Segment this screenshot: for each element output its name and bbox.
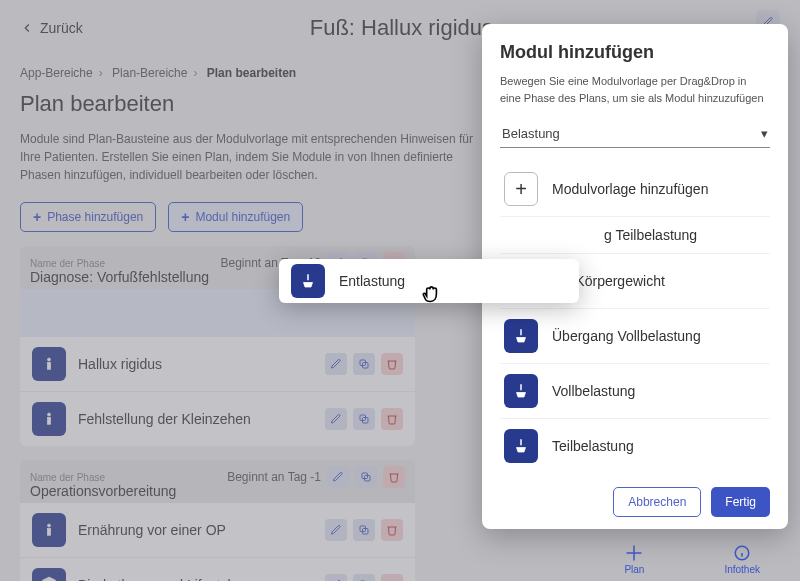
select-value: Belastung xyxy=(502,126,560,141)
modal-hint: Bewegen Sie eine Modulvorlage per Drag&D… xyxy=(500,73,770,106)
done-button[interactable]: Fertig xyxy=(711,487,770,517)
module-template-item[interactable]: 1/2 Körpergewicht xyxy=(500,253,770,308)
nav-plan[interactable]: Plan xyxy=(624,544,644,575)
module-template-item[interactable]: Vollbelastung xyxy=(500,363,770,418)
module-template-item[interactable]: g Teilbelastung xyxy=(500,216,770,253)
plus-icon: + xyxy=(504,172,538,206)
nav-infothek[interactable]: Infothek xyxy=(724,544,760,575)
category-select[interactable]: Belastung ▾ xyxy=(500,120,770,148)
module-template-item[interactable]: Teilbelastung xyxy=(500,418,770,473)
add-template-button[interactable]: + Modulvorlage hinzufügen xyxy=(500,162,770,216)
weight-icon xyxy=(504,264,538,298)
weight-icon xyxy=(504,319,538,353)
chevron-down-icon: ▾ xyxy=(761,126,768,141)
modal-title: Modul hinzufügen xyxy=(500,42,770,63)
weight-icon xyxy=(504,374,538,408)
weight-icon xyxy=(504,429,538,463)
add-module-modal: Modul hinzufügen Bewegen Sie eine Modulv… xyxy=(482,24,788,529)
cancel-button[interactable]: Abbrechen xyxy=(613,487,701,517)
bottom-nav: Plan Infothek xyxy=(624,544,760,575)
module-template-item[interactable]: Übergang Vollbelastung xyxy=(500,308,770,363)
